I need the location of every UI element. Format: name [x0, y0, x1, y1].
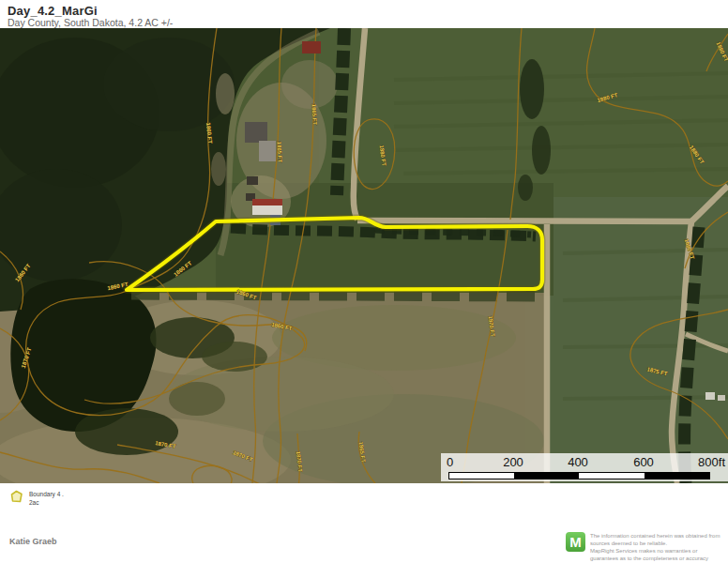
legend-label: Boundary 4 .: [29, 491, 64, 499]
farm-house: [245, 122, 267, 143]
legend-sublabel: 2ac: [29, 499, 64, 508]
page-title: Day_4.2_MarGi: [8, 4, 98, 18]
scale-label-0: 0: [447, 455, 453, 469]
legend-item-boundary: Boundary 4 . 2ac: [8, 489, 64, 508]
barn-roof: [252, 199, 282, 205]
scale-bar-segments: [448, 472, 710, 479]
scale-label-800: 800ft: [698, 455, 725, 469]
map-svg: 1860 FT1860 FT1860 FT1865 FT1865 FT1880 …: [0, 28, 728, 483]
page-subtitle: Day County, South Dakota, 4.2 AC +/-: [8, 17, 173, 28]
map-canvas[interactable]: 1860 FT1860 FT1860 FT1865 FT1865 FT1880 …: [0, 28, 728, 483]
svg-text:1865 FT: 1865 FT: [277, 142, 283, 163]
map-header: Day_4.2_MarGi Day County, South Dakota, …: [0, 0, 728, 28]
scale-label-600: 600: [633, 455, 654, 469]
red-roof-house: [302, 41, 321, 53]
far-building: [705, 392, 715, 400]
attribution-text: Katie Graeb: [9, 537, 57, 546]
disclaimer-line1: The information contained herein was obt…: [590, 532, 723, 547]
scale-bar: 0 200 400 600 800ft: [441, 453, 728, 481]
mapright-logo: M: [566, 532, 585, 552]
small-shed: [247, 176, 258, 185]
east-west-road: [357, 221, 691, 221]
svg-text:1865 FT: 1865 FT: [311, 104, 317, 126]
boundary-polygon-icon: [8, 489, 24, 505]
scale-label-400: 400: [568, 455, 588, 469]
gray-shed: [259, 141, 276, 161]
disclaimer-block: M The information contained herein was o…: [566, 532, 723, 563]
disclaimer-line2: MapRight Services makes no warranties or…: [590, 547, 723, 563]
far-building-2: [718, 395, 725, 401]
scale-label-200: 200: [503, 455, 523, 469]
